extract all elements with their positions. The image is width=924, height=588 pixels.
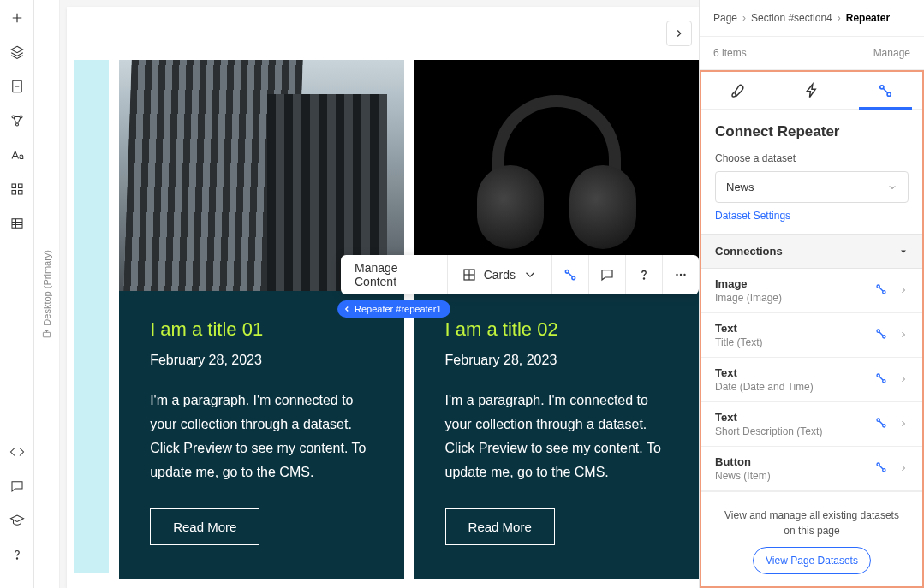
svg-point-30 [877,330,879,332]
items-count: 6 items [713,47,747,59]
items-summary: 6 items Manage [700,37,924,70]
connection-row[interactable]: Image Image (Image) [701,269,922,313]
svg-point-37 [883,469,885,472]
dataset-select[interactable]: News [715,171,909,203]
inspector-panel: Page›Section #section4›Repeater 6 items … [699,0,924,588]
connect-icon [874,282,888,299]
chevron-right-icon [898,284,909,298]
svg-point-27 [887,92,891,96]
manage-content-button[interactable]: Manage Content [341,255,448,294]
svg-point-32 [877,374,879,377]
tab-design[interactable] [701,72,775,109]
help-button[interactable] [626,255,663,294]
canvas-area: Desktop (Primary) I am a title 01 Februa… [34,0,699,588]
connection-row[interactable]: Button News (Item) [701,447,922,491]
repeater-item[interactable]: I am a title 01 February 28, 2023 I'm a … [119,60,403,579]
card-description: I'm a paragraph. I'm connected to your c… [150,389,373,484]
comments-button[interactable] [589,255,626,294]
connect-icon [874,460,888,477]
chevron-right-icon [673,27,685,39]
element-badge[interactable]: Repeater #repeater1 [337,300,450,318]
comment-icon[interactable] [9,478,25,494]
connection-row[interactable]: Text Short Description (Text) [701,402,922,447]
svg-point-28 [877,285,879,288]
svg-rect-9 [12,219,22,229]
svg-point-21 [572,276,575,280]
chevron-right-icon [898,418,909,431]
connections-header[interactable]: Connections [701,234,922,269]
grid-icon [462,267,477,282]
svg-point-3 [20,116,22,118]
connection-field: Title (Text) [715,336,763,348]
svg-point-36 [877,463,879,466]
database-icon[interactable] [9,216,25,231]
panel-title: Connect Repeater [701,110,922,149]
svg-rect-5 [12,184,16,188]
svg-point-22 [643,278,644,279]
svg-rect-14 [43,332,50,337]
brush-icon [730,82,747,99]
repeater-item[interactable]: I am a title 02 February 28, 2023 I'm a … [414,60,699,579]
chevron-right-icon [898,462,909,476]
datasets-note: View and manage all existing datasets on… [701,491,922,547]
lightning-icon [803,82,820,99]
learn-icon[interactable] [9,513,25,528]
svg-point-25 [683,274,685,276]
add-icon[interactable] [9,10,25,26]
connect-icon [563,267,578,282]
connection-field: News (Item) [715,470,771,482]
tab-connect[interactable] [849,72,922,109]
connections-nav-icon[interactable] [9,113,25,128]
svg-point-13 [16,558,17,559]
help-icon [636,267,652,282]
panel-tabs [701,72,922,110]
tab-animation[interactable] [775,72,849,109]
svg-point-4 [15,123,18,126]
connect-icon [874,416,888,432]
svg-point-20 [565,270,569,273]
connect-panel: Connect Repeater Choose a dataset News D… [700,70,924,588]
canvas[interactable]: I am a title 01 February 28, 2023 I'm a … [67,7,699,588]
layers-icon[interactable] [9,45,25,60]
connect-icon [874,371,888,388]
layout-dropdown[interactable]: Cards [448,255,552,294]
next-section-button[interactable] [666,21,692,46]
svg-point-33 [883,380,885,383]
svg-point-29 [883,291,885,294]
chevron-left-icon [343,305,351,313]
apps-icon[interactable] [9,181,25,197]
connection-name: Image [715,277,782,290]
connection-field: Image (Image) [715,292,782,304]
svg-rect-6 [18,184,22,188]
manage-link[interactable]: Manage [873,47,910,59]
connection-row[interactable]: Text Title (Text) [701,313,922,358]
text-icon[interactable] [9,147,25,163]
connection-name: Text [715,366,814,379]
dataset-settings-link[interactable]: Dataset Settings [701,210,922,234]
connection-field: Short Description (Text) [715,425,822,437]
breakpoint-label: Desktop (Primary) [42,250,52,326]
connect-data-button[interactable] [552,255,589,294]
connection-row[interactable]: Text Date (Date and Time) [701,358,922,402]
help-icon[interactable] [9,547,25,562]
svg-point-2 [12,116,15,118]
card-date: February 28, 2023 [445,353,668,368]
page-icon[interactable] [9,79,25,94]
breadcrumb[interactable]: Page›Section #section4›Repeater [700,0,924,37]
connection-field: Date (Date and Time) [715,381,814,393]
breakpoint-gutter[interactable]: Desktop (Primary) [34,0,60,588]
desktop-icon [42,329,51,338]
left-rail [0,0,34,588]
svg-point-26 [880,85,884,88]
card-description: I'm a paragraph. I'm connected to your c… [445,389,668,484]
read-more-button[interactable]: Read More [445,508,555,545]
view-page-datasets-button[interactable]: View Page Datasets [753,547,871,574]
read-more-button[interactable]: Read More [150,508,259,545]
chevron-right-icon [898,329,909,342]
code-icon[interactable] [9,444,25,460]
card-title: I am a title 01 [150,318,373,341]
chevron-down-icon [522,267,538,282]
caret-down-icon [898,246,909,257]
connection-name: Button [715,455,771,468]
more-button[interactable] [663,255,699,294]
